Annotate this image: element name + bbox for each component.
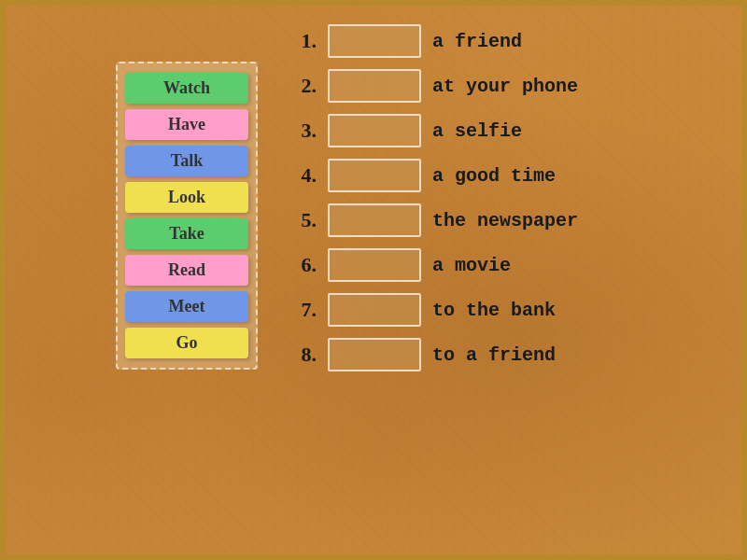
word-bank: WatchHaveTalkLookTakeReadMeetGo xyxy=(116,62,258,370)
answer-box-8[interactable] xyxy=(328,338,421,371)
question-number-3: 3. xyxy=(290,119,317,143)
question-row-3: 3.a selfie xyxy=(290,114,739,147)
question-row-5: 5.the newspaper xyxy=(290,203,739,237)
question-row-8: 8.to a friend xyxy=(290,338,739,371)
question-number-1: 1. xyxy=(290,29,317,53)
question-number-6: 6. xyxy=(290,253,317,277)
question-row-2: 2.at your phone xyxy=(290,69,739,103)
question-number-4: 4. xyxy=(290,163,317,188)
question-text-1: a friend xyxy=(432,31,522,52)
word-chip-watch[interactable]: Watch xyxy=(125,73,248,104)
answer-box-4[interactable] xyxy=(328,159,421,192)
question-text-4: a good time xyxy=(432,165,556,187)
question-row-1: 1.a friend xyxy=(290,24,739,58)
question-row-4: 4.a good time xyxy=(290,159,739,192)
word-chip-talk[interactable]: Talk xyxy=(125,146,248,176)
questions-area: 1.a friend2.at your phone3.a selfie4.a g… xyxy=(290,24,739,383)
question-number-7: 7. xyxy=(290,298,317,322)
cork-board: WatchHaveTalkLookTakeReadMeetGo 1.a frie… xyxy=(0,0,747,560)
answer-box-6[interactable] xyxy=(328,248,421,282)
question-text-7: to the bank xyxy=(432,300,556,321)
answer-box-5[interactable] xyxy=(328,203,421,237)
answer-box-2[interactable] xyxy=(328,69,421,103)
question-row-7: 7.to the bank xyxy=(290,293,739,327)
answer-box-7[interactable] xyxy=(328,293,421,327)
question-number-5: 5. xyxy=(290,208,317,232)
word-chip-have[interactable]: Have xyxy=(125,109,248,140)
question-text-6: a movie xyxy=(432,255,511,276)
question-text-8: to a friend xyxy=(432,344,556,366)
question-number-2: 2. xyxy=(290,74,317,98)
question-number-8: 8. xyxy=(290,343,317,367)
question-text-3: a selfie xyxy=(432,120,522,142)
question-text-5: the newspaper xyxy=(432,210,578,231)
word-chip-take[interactable]: Take xyxy=(125,218,248,249)
word-chip-look[interactable]: Look xyxy=(125,182,248,213)
word-chip-go[interactable]: Go xyxy=(125,328,248,358)
answer-box-3[interactable] xyxy=(328,114,421,147)
word-chip-meet[interactable]: Meet xyxy=(125,291,248,322)
answer-box-1[interactable] xyxy=(328,24,421,58)
question-text-2: at your phone xyxy=(432,76,578,97)
word-chip-read[interactable]: Read xyxy=(125,255,248,286)
question-row-6: 6.a movie xyxy=(290,248,739,282)
